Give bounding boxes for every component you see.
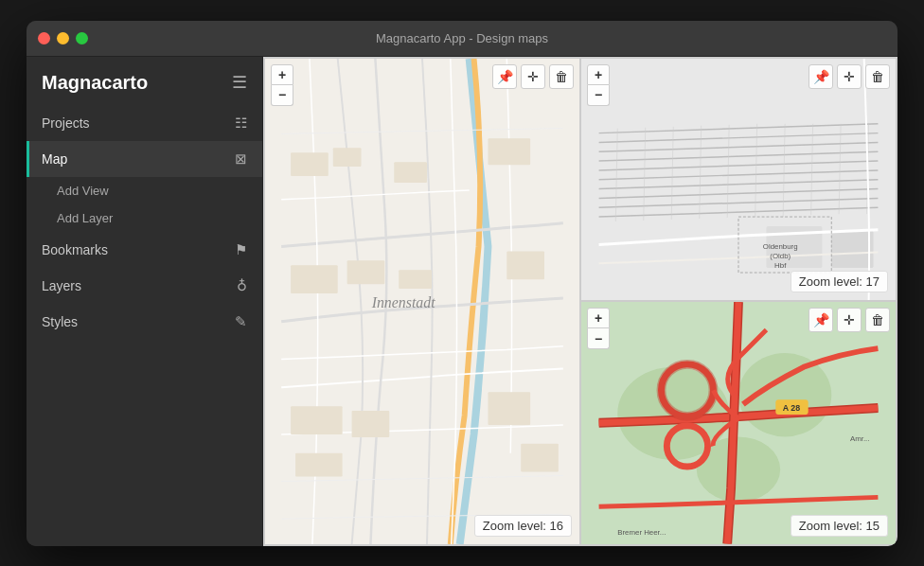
svg-rect-12 [488, 392, 530, 425]
svg-text:Amr...: Amr... [850, 434, 870, 443]
svg-rect-10 [291, 406, 343, 434]
map-top-right-zoom-in[interactable]: + [587, 64, 610, 85]
hamburger-icon[interactable]: ☰ [232, 72, 247, 93]
svg-rect-9 [506, 251, 544, 279]
window-title: Magnacarto App - Design maps [376, 31, 548, 45]
sidebar-item-map[interactable]: Map ⊠ [27, 141, 262, 177]
sidebar: Magnacarto ☰ Projects ☷ Map ⊠ Add View [27, 57, 263, 546]
map-cell-large[interactable]: Innenstadt [265, 59, 579, 544]
map-top-right-action-controls: 📌 ✛ 🗑 [808, 64, 890, 89]
map-label: Map [42, 151, 67, 167]
map-top-right-zoom-badge: Zoom level: 17 [791, 271, 888, 292]
svg-rect-7 [347, 260, 385, 284]
titlebar: Magnacarto App - Design maps [27, 21, 897, 57]
close-button[interactable] [38, 32, 50, 44]
svg-rect-11 [352, 411, 390, 437]
map-area: Innenstadt [263, 57, 897, 546]
sidebar-item-projects[interactable]: Projects ☷ [27, 105, 262, 141]
minimize-button[interactable] [57, 32, 69, 44]
map-top-right-zoom-controls: + − [587, 64, 610, 106]
map-bottom-right-zoom-in[interactable]: + [587, 308, 610, 328]
svg-text:(Oldb): (Oldb) [770, 252, 791, 260]
map-bottom-right-pin-button[interactable]: 📌 [808, 308, 833, 332]
svg-text:Hbf: Hbf [774, 261, 787, 270]
map-top-right-pin-button[interactable]: 📌 [808, 64, 833, 89]
app-window: Magnacarto App - Design maps Magnacarto … [27, 21, 897, 546]
svg-rect-6 [291, 265, 338, 293]
styles-icon: ✎ [235, 313, 247, 330]
svg-rect-5 [488, 138, 530, 165]
maximize-button[interactable] [76, 32, 88, 44]
sidebar-header: Magnacarto ☰ [27, 57, 262, 105]
layers-icon: ♁ [237, 277, 247, 294]
map-top-right-move-button[interactable]: ✛ [837, 64, 862, 89]
map-large-zoom-in[interactable]: + [271, 64, 293, 85]
map-bottom-right-zoom-out[interactable]: − [587, 328, 610, 349]
projects-icon: ☷ [235, 115, 247, 132]
map-large-pin-button[interactable]: 📌 [492, 64, 517, 89]
projects-label: Projects [42, 115, 90, 131]
svg-rect-3 [333, 148, 362, 167]
map-cell-top-right[interactable]: Oldenburg (Oldb) Hbf + − 📌 ✛ 🗑 Zoom leve… [581, 59, 896, 301]
map-cell-bottom-right[interactable]: A 28 Bremer Heer... Amr... + − 📌 ✛ 🗑 Zoo… [581, 302, 896, 544]
styles-label: Styles [42, 314, 78, 329]
bookmarks-label: Bookmarks [42, 242, 108, 257]
map-large-zoom-out[interactable]: − [271, 85, 293, 106]
map-top-right-delete-button[interactable]: 🗑 [865, 64, 890, 89]
sidebar-item-bookmarks[interactable]: Bookmarks ⚑ [27, 232, 262, 268]
map-bottom-right-zoom-controls: + − [587, 308, 610, 349]
sidebar-item-add-view[interactable]: Add View [27, 177, 262, 204]
svg-rect-2 [291, 152, 329, 176]
traffic-lights [38, 32, 88, 44]
map-large-zoom-controls: + − [271, 64, 293, 106]
map-large-delete-button[interactable]: 🗑 [549, 64, 574, 89]
map-large-action-controls: 📌 ✛ 🗑 [492, 64, 574, 89]
map-top-right-zoom-out[interactable]: − [587, 85, 610, 106]
svg-text:Oldenburg: Oldenburg [763, 242, 798, 251]
app-body: Magnacarto ☰ Projects ☷ Map ⊠ Add View [27, 57, 897, 546]
map-bottom-right-action-controls: 📌 ✛ 🗑 [808, 308, 890, 332]
svg-rect-14 [521, 443, 559, 471]
svg-rect-37 [831, 230, 873, 267]
add-view-label: Add View [57, 184, 109, 198]
svg-rect-13 [295, 452, 343, 476]
map-icon: ⊠ [235, 150, 247, 168]
sidebar-item-styles[interactable]: Styles ✎ [27, 304, 262, 340]
add-layer-label: Add Layer [57, 211, 113, 225]
sidebar-item-layers[interactable]: Layers ♁ [27, 268, 262, 304]
map-bottom-right-zoom-badge: Zoom level: 15 [791, 515, 888, 537]
svg-text:Bremer Heer...: Bremer Heer... [617, 528, 666, 537]
sidebar-nav: Projects ☷ Map ⊠ Add View Add Layer Book… [27, 105, 262, 340]
app-name: Magnacarto [42, 72, 148, 94]
map-large-zoom-badge: Zoom level: 16 [474, 515, 572, 537]
svg-rect-4 [394, 162, 427, 183]
map-large-move-button[interactable]: ✛ [521, 64, 545, 89]
map-bottom-right-move-button[interactable]: ✛ [837, 308, 862, 332]
svg-text:Innenstadt: Innenstadt [371, 293, 436, 310]
svg-rect-8 [399, 270, 432, 289]
sidebar-item-add-layer[interactable]: Add Layer [27, 204, 262, 232]
layers-label: Layers [42, 278, 81, 293]
map-bottom-right-delete-button[interactable]: 🗑 [865, 308, 890, 332]
svg-text:A 28: A 28 [783, 403, 800, 413]
bookmarks-icon: ⚑ [235, 241, 247, 258]
